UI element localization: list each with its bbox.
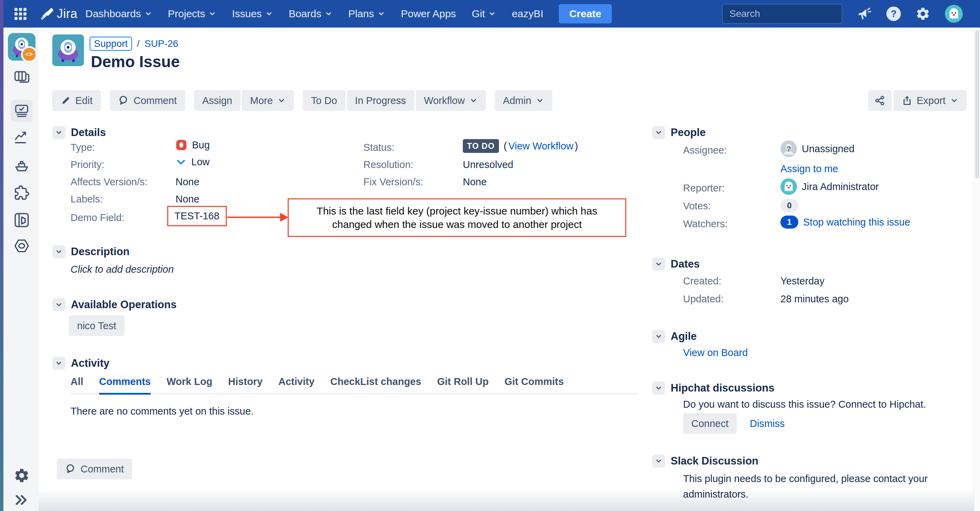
tab-git-commits[interactable]: Git Commits [504, 376, 564, 393]
search-box[interactable] [722, 4, 842, 24]
sidebar-expand-button[interactable] [14, 493, 29, 507]
tab-comments[interactable]: Comments [99, 376, 151, 394]
megaphone-icon[interactable] [857, 6, 872, 21]
create-button[interactable]: Create [559, 4, 611, 23]
nav-item-issues[interactable]: Issues [224, 0, 281, 27]
collapse-operations-button[interactable] [52, 298, 65, 311]
nav-item-boards[interactable]: Boards [281, 0, 340, 27]
watchers-badge[interactable]: 1 [780, 216, 798, 228]
activity-section-header: Activity [52, 357, 110, 370]
collapse-slack-button[interactable] [652, 455, 665, 468]
workflow-button[interactable]: Workflow [416, 90, 486, 111]
assign-to-me-link[interactable]: Assign to me [780, 163, 838, 174]
chevron-down-icon [655, 384, 662, 392]
active-sprints-icon [14, 103, 30, 119]
reporter-value: Jira Administrator [780, 178, 879, 195]
breadcrumb: Support / SUP-26 [89, 37, 178, 51]
tab-history[interactable]: History [228, 376, 262, 393]
sidebar-item-pages[interactable] [13, 211, 30, 228]
todo-button[interactable]: To Do [303, 90, 345, 111]
sidebar-item-addons[interactable] [14, 185, 29, 200]
more-button[interactable]: More [242, 90, 294, 111]
scrollbar[interactable] [974, 27, 980, 511]
nico-test-button[interactable]: nico Test [69, 315, 124, 336]
priority-value: Low [175, 156, 210, 168]
collapse-details-button[interactable] [52, 126, 65, 139]
tab-work-log[interactable]: Work Log [167, 376, 212, 393]
sidebar-item-active-sprints[interactable] [11, 100, 33, 122]
reporter-avatar [780, 178, 797, 195]
collapse-activity-button[interactable] [52, 357, 65, 370]
hipchat-connect-button[interactable]: Connect [683, 413, 737, 434]
help-icon[interactable]: ? [886, 6, 901, 21]
breadcrumb-project-link[interactable]: Support [89, 37, 132, 51]
tab-all[interactable]: All [70, 376, 83, 393]
priority-label: Priority: [70, 159, 104, 171]
scrollbar-thumb[interactable] [975, 30, 979, 178]
view-on-board-link[interactable]: View on Board [683, 347, 748, 358]
export-icon [902, 95, 912, 106]
jira-logo[interactable]: Jira [39, 6, 78, 21]
labels-value: None [175, 193, 199, 205]
nav-item-plans[interactable]: Plans [340, 0, 393, 27]
collapse-dates-button[interactable] [652, 257, 665, 271]
gear-icon [13, 467, 30, 484]
annotation-arrow-head [280, 213, 288, 222]
stop-watching-link[interactable]: Stop watching this issue [803, 217, 910, 228]
description-placeholder[interactable]: Click to add description [70, 264, 174, 275]
resolution-value: Unresolved [463, 159, 514, 171]
nav-item-power-apps[interactable]: Power Apps [393, 0, 464, 27]
sidebar-settings-gear[interactable] [13, 467, 30, 484]
collapse-description-button[interactable] [52, 245, 65, 258]
status-label: Status: [363, 142, 395, 153]
user-avatar[interactable] [945, 5, 963, 23]
export-button[interactable]: Export [894, 90, 967, 111]
search-input[interactable] [729, 8, 854, 20]
affects-version-value: None [175, 176, 199, 188]
chevron-down-icon [536, 96, 544, 105]
breadcrumb-issue-link[interactable]: SUP-26 [145, 38, 178, 49]
chevron-down-icon [655, 333, 662, 340]
app-switcher-icon[interactable] [14, 8, 27, 20]
top-navigation: Jira Dashboards Projects Issues Boards P… [0, 0, 980, 27]
edit-button[interactable]: Edit [52, 90, 101, 111]
sidebar-item-releases[interactable] [13, 158, 30, 173]
nav-item-dashboards[interactable]: Dashboards [78, 0, 160, 27]
collapse-hipchat-button[interactable] [652, 382, 665, 394]
view-workflow-link[interactable]: View Workflow [508, 141, 573, 152]
page-title: Demo Issue [91, 52, 180, 71]
svg-text:?: ? [786, 145, 791, 153]
sidebar-item-backlog[interactable] [13, 70, 30, 85]
collapse-agile-button[interactable] [652, 330, 665, 343]
assignee-label: Assignee: [683, 145, 727, 156]
description-heading: Description [71, 246, 130, 258]
tab-activity[interactable]: Activity [278, 376, 315, 393]
admin-button[interactable]: Admin [495, 90, 552, 111]
agile-heading: Agile [671, 330, 697, 343]
chevron-down-icon [655, 457, 662, 465]
gear-icon[interactable] [915, 6, 931, 21]
tab-checklist-changes[interactable]: CheckList changes [330, 376, 421, 393]
in-progress-button[interactable]: In Progress [347, 90, 414, 111]
sidebar-project-avatar[interactable]: <> [8, 33, 35, 61]
chevron-down-icon [55, 301, 63, 308]
nav-item-eazybi[interactable]: eazyBI [504, 0, 551, 27]
issue-project-avatar[interactable] [52, 34, 84, 66]
operations-heading: Available Operations [71, 299, 177, 311]
nav-item-projects[interactable]: Projects [160, 0, 224, 27]
sidebar-item-reports[interactable] [13, 130, 30, 145]
assign-button[interactable]: Assign [194, 90, 240, 111]
share-button[interactable] [868, 90, 892, 111]
nav-item-git[interactable]: Git [464, 0, 504, 27]
hipchat-dismiss-link[interactable]: Dismiss [750, 418, 785, 430]
ship-icon [13, 158, 30, 173]
tab-git-roll-up[interactable]: Git Roll Up [437, 376, 488, 393]
sidebar-item-project-settings[interactable] [13, 238, 30, 254]
puzzle-icon [14, 185, 29, 200]
collapse-people-button[interactable] [652, 126, 665, 139]
comment-bottom-button[interactable]: Comment [57, 459, 132, 479]
comment-button[interactable]: Comment [110, 90, 185, 111]
updated-value: 28 minutes ago [780, 293, 848, 305]
votes-badge[interactable]: 0 [780, 199, 798, 212]
backlog-icon [13, 70, 30, 85]
